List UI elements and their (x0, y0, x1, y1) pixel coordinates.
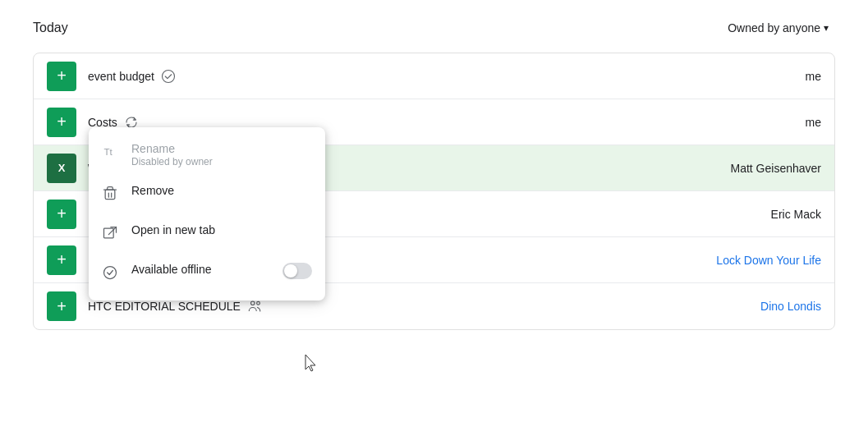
file-owner: me (690, 70, 821, 83)
sheets-icon: + (47, 62, 76, 91)
file-row[interactable]: + event budget me (34, 53, 834, 99)
remove-menu-item[interactable]: Remove (89, 176, 325, 215)
rename-icon: Tt (102, 144, 118, 160)
sheets-icon: + (47, 108, 76, 137)
file-owner: Matt Geisenhaver (690, 162, 821, 175)
open-new-tab-icon (102, 225, 118, 241)
svg-text:Tt: Tt (104, 146, 113, 157)
excel-icon: X (47, 154, 76, 183)
owned-by-button[interactable]: Owned by anyone ▾ (721, 16, 835, 39)
file-owner: Eric Mack (690, 208, 821, 221)
check-circle-icon (161, 69, 176, 84)
available-offline-toggle[interactable] (282, 263, 312, 279)
toggle-knob (284, 264, 297, 278)
available-offline-menu-item[interactable]: Available offline (89, 255, 325, 294)
svg-point-4 (257, 301, 260, 305)
open-new-tab-menu-item[interactable]: Open in new tab (89, 215, 325, 255)
rename-sublabel: Disabled by owner (131, 156, 213, 167)
today-label: Today (33, 21, 68, 35)
file-name: HTC EDITORIAL SCHEDULE (88, 299, 690, 314)
svg-point-0 (162, 70, 174, 82)
svg-rect-6 (105, 190, 115, 200)
svg-rect-9 (104, 228, 114, 238)
file-owner: me (690, 116, 821, 129)
header-row: Today Owned by anyone ▾ (33, 16, 835, 39)
context-menu: Tt Rename Disabled by owner Remove (89, 127, 325, 300)
owned-by-label: Owned by anyone (728, 21, 820, 34)
svg-point-11 (104, 267, 117, 279)
offline-icon (102, 264, 118, 281)
people-icon (247, 299, 262, 314)
file-name: event budget (88, 69, 690, 84)
file-owner-link[interactable]: Dino Londis (690, 300, 821, 313)
open-new-tab-label: Open in new tab (131, 223, 215, 236)
available-offline-toggle-container (282, 263, 312, 279)
file-owner-link[interactable]: Lock Down Your Life (690, 254, 821, 267)
rename-label: Rename (131, 142, 213, 155)
sheets-icon: + (47, 200, 76, 229)
sheets-icon: + (47, 245, 76, 275)
available-offline-label: Available offline (131, 263, 212, 276)
cursor (304, 353, 320, 374)
sheets-icon: + (47, 291, 76, 321)
remove-label: Remove (131, 184, 174, 197)
svg-point-3 (250, 301, 255, 305)
rename-menu-item: Tt Rename Disabled by owner (89, 134, 325, 176)
chevron-down-icon: ▾ (824, 22, 829, 34)
trash-icon (102, 186, 118, 202)
